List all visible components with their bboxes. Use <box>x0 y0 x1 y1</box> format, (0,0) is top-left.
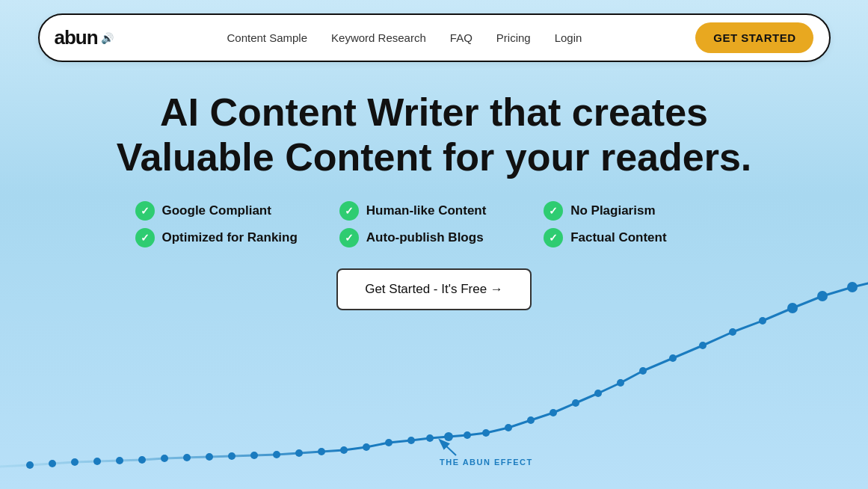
chart-point <box>183 454 191 461</box>
chart-point <box>464 431 471 439</box>
feature-label-auto-publish: Auto-publish Blogs <box>366 230 484 245</box>
logo-area: abun 🔊 <box>55 26 114 49</box>
chart-point <box>594 390 602 397</box>
feature-optimized-ranking: ✓ Optimized for Ranking <box>135 228 324 247</box>
cta-button[interactable]: Get Started - It's Free → <box>336 268 532 310</box>
check-icon-auto-publish: ✓ <box>339 228 359 247</box>
hero-title-line2: Valuable Content for your readers. <box>117 135 752 179</box>
keyword-research-link[interactable]: Keyword Research <box>331 31 426 44</box>
navbar: abun 🔊 Content Sample Keyword Research F… <box>38 13 831 62</box>
chart-point <box>407 437 415 444</box>
chart-point <box>550 409 557 416</box>
nav-item-login[interactable]: Login <box>555 31 582 45</box>
faq-link[interactable]: FAQ <box>450 31 473 44</box>
feature-label-human-like: Human-like Content <box>366 203 487 218</box>
chart-point <box>385 439 393 446</box>
chart-point <box>116 457 123 464</box>
check-icon-factual: ✓ <box>544 228 563 247</box>
chart-point <box>482 429 490 437</box>
chart-point <box>444 432 453 441</box>
chart-point <box>295 449 303 457</box>
feature-human-like-content: ✓ Human-like Content <box>339 201 529 221</box>
chart-point <box>206 453 213 461</box>
login-link[interactable]: Login <box>555 31 582 44</box>
chart-point <box>617 379 624 387</box>
chart-point <box>505 424 512 431</box>
chart-point <box>228 452 236 460</box>
chart-point <box>138 456 146 464</box>
chart-point <box>71 458 79 466</box>
chart-point <box>273 451 280 458</box>
logo-sound-icon: 🔊 <box>101 32 114 44</box>
chart-point <box>93 458 101 465</box>
chart-point <box>759 317 766 325</box>
hero-title: AI Content Writer that creates Valuable … <box>0 90 868 180</box>
nav-links: Content Sample Keyword Research FAQ Pric… <box>227 31 582 45</box>
hero-title-line1: AI Content Writer that creates <box>160 90 708 134</box>
content-sample-link[interactable]: Content Sample <box>227 31 307 44</box>
logo-text: abun <box>55 26 98 49</box>
chart-point <box>49 460 56 467</box>
chart-point <box>729 328 736 336</box>
chart-point <box>161 455 168 462</box>
cta-container: Get Started - It's Free → <box>0 268 868 310</box>
check-icon-optimized: ✓ <box>135 228 155 247</box>
feature-factual-content: ✓ Factual Content <box>544 228 733 247</box>
pricing-link[interactable]: Pricing <box>496 31 531 44</box>
nav-item-faq[interactable]: FAQ <box>450 31 473 45</box>
chart-point <box>26 461 34 469</box>
check-icon-no-plagiarism: ✓ <box>544 201 563 221</box>
features-grid: ✓ Google Compliant ✓ Human-like Content … <box>135 201 733 247</box>
feature-label-no-plagiarism: No Plagiarism <box>570 203 655 218</box>
chart-point <box>250 452 258 459</box>
feature-no-plagiarism: ✓ No Plagiarism <box>544 201 733 221</box>
nav-item-content-sample[interactable]: Content Sample <box>227 31 307 45</box>
hero-section: AI Content Writer that creates Valuable … <box>0 76 868 310</box>
chart-point <box>527 416 535 424</box>
chart-point <box>572 399 579 407</box>
feature-auto-publish: ✓ Auto-publish Blogs <box>339 228 529 247</box>
chart-point <box>318 448 325 455</box>
chart-line <box>0 283 868 467</box>
feature-label-google-compliant: Google Compliant <box>162 203 271 218</box>
growth-chart: THE ABUN EFFECT <box>0 280 868 489</box>
chart-point <box>669 354 677 362</box>
chart-point <box>340 446 348 454</box>
chart-point <box>426 434 434 442</box>
abun-effect-arrow <box>443 443 456 455</box>
get-started-nav-button[interactable]: GET STARTED <box>695 22 813 53</box>
abun-effect-label: THE ABUN EFFECT <box>440 458 533 467</box>
check-icon-human-like: ✓ <box>339 201 359 221</box>
chart-point <box>699 342 707 349</box>
nav-item-pricing[interactable]: Pricing <box>496 31 531 45</box>
chart-area: THE ABUN EFFECT <box>0 280 868 489</box>
check-icon-google-compliant: ✓ <box>135 201 155 221</box>
feature-label-optimized: Optimized for Ranking <box>162 230 298 245</box>
feature-google-compliant: ✓ Google Compliant <box>135 201 324 221</box>
feature-label-factual: Factual Content <box>570 230 666 245</box>
chart-point <box>363 443 370 451</box>
nav-item-keyword-research[interactable]: Keyword Research <box>331 31 426 45</box>
chart-point <box>639 367 647 375</box>
